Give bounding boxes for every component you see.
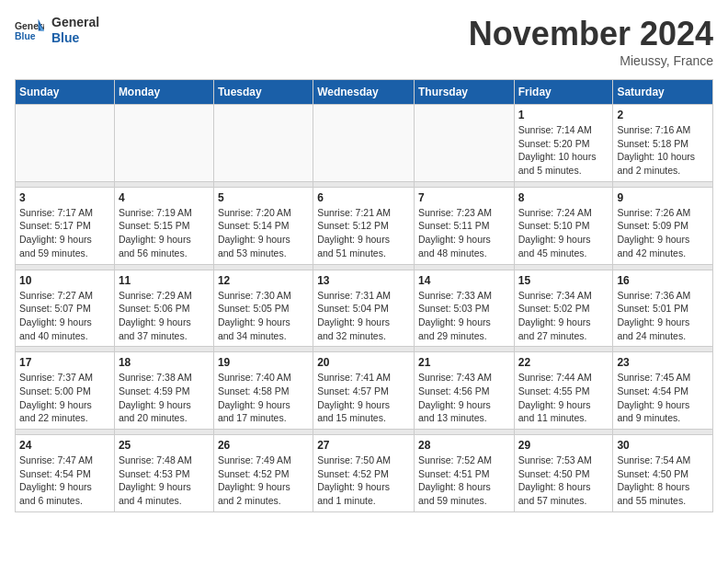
day-number: 2 <box>617 109 709 121</box>
day-info: Sunrise: 7:34 AM Sunset: 5:02 PM Dayligh… <box>518 289 609 343</box>
weekday-header-monday: Monday <box>114 80 213 105</box>
day-number: 29 <box>518 439 609 452</box>
calendar-cell: 17Sunrise: 7:37 AM Sunset: 5:00 PM Dayli… <box>16 352 115 430</box>
day-info: Sunrise: 7:31 AM Sunset: 5:04 PM Dayligh… <box>317 289 410 343</box>
day-number: 8 <box>518 191 609 204</box>
day-info: Sunrise: 7:54 AM Sunset: 4:50 PM Dayligh… <box>617 454 709 508</box>
calendar-cell: 21Sunrise: 7:43 AM Sunset: 4:56 PM Dayli… <box>414 352 514 430</box>
title-area: November 2024 Mieussy, France <box>469 15 713 68</box>
day-info: Sunrise: 7:36 AM Sunset: 5:01 PM Dayligh… <box>617 289 709 343</box>
calendar-cell <box>114 105 213 182</box>
calendar-cell: 3Sunrise: 7:17 AM Sunset: 5:17 PM Daylig… <box>16 187 115 264</box>
calendar-cell <box>213 105 313 182</box>
calendar-cell: 10Sunrise: 7:27 AM Sunset: 5:07 PM Dayli… <box>16 270 115 347</box>
day-number: 21 <box>418 356 510 369</box>
day-info: Sunrise: 7:52 AM Sunset: 4:51 PM Dayligh… <box>418 454 510 508</box>
calendar-cell: 27Sunrise: 7:50 AM Sunset: 4:52 PM Dayli… <box>313 435 415 512</box>
calendar-cell: 7Sunrise: 7:23 AM Sunset: 5:11 PM Daylig… <box>414 187 514 264</box>
calendar-cell: 9Sunrise: 7:26 AM Sunset: 5:09 PM Daylig… <box>613 187 713 264</box>
weekday-header-friday: Friday <box>514 80 613 105</box>
calendar-cell: 20Sunrise: 7:41 AM Sunset: 4:57 PM Dayli… <box>313 352 415 430</box>
svg-text:Blue: Blue <box>15 31 36 41</box>
day-info: Sunrise: 7:50 AM Sunset: 4:52 PM Dayligh… <box>317 454 410 508</box>
day-info: Sunrise: 7:53 AM Sunset: 4:50 PM Dayligh… <box>518 454 609 508</box>
day-info: Sunrise: 7:41 AM Sunset: 4:57 PM Dayligh… <box>317 371 410 425</box>
day-info: Sunrise: 7:30 AM Sunset: 5:05 PM Dayligh… <box>218 289 309 343</box>
calendar-cell: 18Sunrise: 7:38 AM Sunset: 4:59 PM Dayli… <box>114 352 213 430</box>
day-number: 3 <box>19 191 110 204</box>
calendar-cell: 8Sunrise: 7:24 AM Sunset: 5:10 PM Daylig… <box>514 187 613 264</box>
day-info: Sunrise: 7:40 AM Sunset: 4:58 PM Dayligh… <box>218 371 309 425</box>
day-info: Sunrise: 7:14 AM Sunset: 5:20 PM Dayligh… <box>518 123 609 178</box>
day-number: 22 <box>518 356 609 369</box>
calendar-cell: 5Sunrise: 7:20 AM Sunset: 5:14 PM Daylig… <box>213 187 313 264</box>
calendar-cell: 25Sunrise: 7:48 AM Sunset: 4:53 PM Dayli… <box>114 435 213 512</box>
day-number: 12 <box>218 274 309 287</box>
calendar-cell: 24Sunrise: 7:47 AM Sunset: 4:54 PM Dayli… <box>16 435 115 512</box>
day-info: Sunrise: 7:37 AM Sunset: 5:00 PM Dayligh… <box>19 371 110 425</box>
calendar-cell <box>414 105 514 182</box>
day-info: Sunrise: 7:27 AM Sunset: 5:07 PM Dayligh… <box>19 289 110 343</box>
day-number: 20 <box>317 356 410 369</box>
day-info: Sunrise: 7:17 AM Sunset: 5:17 PM Dayligh… <box>19 206 110 260</box>
day-info: Sunrise: 7:26 AM Sunset: 5:09 PM Dayligh… <box>617 206 709 260</box>
weekday-header-thursday: Thursday <box>414 80 514 105</box>
day-info: Sunrise: 7:24 AM Sunset: 5:10 PM Dayligh… <box>518 206 609 260</box>
calendar-cell <box>313 105 415 182</box>
logo-general-text: General <box>51 15 99 30</box>
month-title: November 2024 <box>469 15 713 53</box>
day-info: Sunrise: 7:47 AM Sunset: 4:54 PM Dayligh… <box>19 454 110 508</box>
day-number: 5 <box>218 191 309 204</box>
day-info: Sunrise: 7:43 AM Sunset: 4:56 PM Dayligh… <box>418 371 510 425</box>
day-number: 26 <box>218 439 309 452</box>
day-number: 9 <box>617 191 709 204</box>
day-number: 24 <box>19 439 110 452</box>
day-number: 25 <box>119 439 210 452</box>
day-number: 18 <box>119 356 210 369</box>
day-info: Sunrise: 7:29 AM Sunset: 5:06 PM Dayligh… <box>119 289 210 343</box>
calendar-cell: 19Sunrise: 7:40 AM Sunset: 4:58 PM Dayli… <box>213 352 313 430</box>
weekday-header-tuesday: Tuesday <box>213 80 313 105</box>
weekday-header-saturday: Saturday <box>613 80 713 105</box>
calendar-cell: 23Sunrise: 7:45 AM Sunset: 4:54 PM Dayli… <box>613 352 713 430</box>
day-number: 4 <box>119 191 210 204</box>
header: General Blue General Blue November 2024 … <box>15 15 713 68</box>
day-info: Sunrise: 7:16 AM Sunset: 5:18 PM Dayligh… <box>617 123 709 178</box>
calendar-cell: 22Sunrise: 7:44 AM Sunset: 4:55 PM Dayli… <box>514 352 613 430</box>
calendar-cell: 1Sunrise: 7:14 AM Sunset: 5:20 PM Daylig… <box>514 105 613 182</box>
day-number: 19 <box>218 356 309 369</box>
calendar-cell: 13Sunrise: 7:31 AM Sunset: 5:04 PM Dayli… <box>313 270 415 347</box>
location: Mieussy, France <box>469 53 713 68</box>
day-number: 17 <box>19 356 110 369</box>
day-info: Sunrise: 7:20 AM Sunset: 5:14 PM Dayligh… <box>218 206 309 260</box>
day-number: 7 <box>418 191 510 204</box>
day-info: Sunrise: 7:38 AM Sunset: 4:59 PM Dayligh… <box>119 371 210 425</box>
day-number: 23 <box>617 356 709 369</box>
weekday-header-sunday: Sunday <box>16 80 115 105</box>
day-number: 13 <box>317 274 410 287</box>
calendar-cell: 16Sunrise: 7:36 AM Sunset: 5:01 PM Dayli… <box>613 270 713 347</box>
day-number: 16 <box>617 274 709 287</box>
calendar-cell: 11Sunrise: 7:29 AM Sunset: 5:06 PM Dayli… <box>114 270 213 347</box>
day-number: 1 <box>518 109 609 121</box>
calendar-cell: 2Sunrise: 7:16 AM Sunset: 5:18 PM Daylig… <box>613 105 713 182</box>
calendar-cell: 26Sunrise: 7:49 AM Sunset: 4:52 PM Dayli… <box>213 435 313 512</box>
calendar-cell: 6Sunrise: 7:21 AM Sunset: 5:12 PM Daylig… <box>313 187 415 264</box>
day-info: Sunrise: 7:44 AM Sunset: 4:55 PM Dayligh… <box>518 371 609 425</box>
calendar-cell: 12Sunrise: 7:30 AM Sunset: 5:05 PM Dayli… <box>213 270 313 347</box>
calendar-cell <box>16 105 115 182</box>
day-info: Sunrise: 7:19 AM Sunset: 5:15 PM Dayligh… <box>119 206 210 260</box>
day-number: 11 <box>119 274 210 287</box>
day-number: 15 <box>518 274 609 287</box>
day-info: Sunrise: 7:48 AM Sunset: 4:53 PM Dayligh… <box>119 454 210 508</box>
calendar-cell: 14Sunrise: 7:33 AM Sunset: 5:03 PM Dayli… <box>414 270 514 347</box>
day-number: 27 <box>317 439 410 452</box>
day-number: 10 <box>19 274 110 287</box>
logo-blue-text: Blue <box>51 30 99 46</box>
day-number: 14 <box>418 274 510 287</box>
calendar-cell: 28Sunrise: 7:52 AM Sunset: 4:51 PM Dayli… <box>414 435 514 512</box>
calendar-cell: 15Sunrise: 7:34 AM Sunset: 5:02 PM Dayli… <box>514 270 613 347</box>
logo: General Blue General Blue <box>15 15 99 46</box>
day-info: Sunrise: 7:33 AM Sunset: 5:03 PM Dayligh… <box>418 289 510 343</box>
day-info: Sunrise: 7:23 AM Sunset: 5:11 PM Dayligh… <box>418 206 510 260</box>
